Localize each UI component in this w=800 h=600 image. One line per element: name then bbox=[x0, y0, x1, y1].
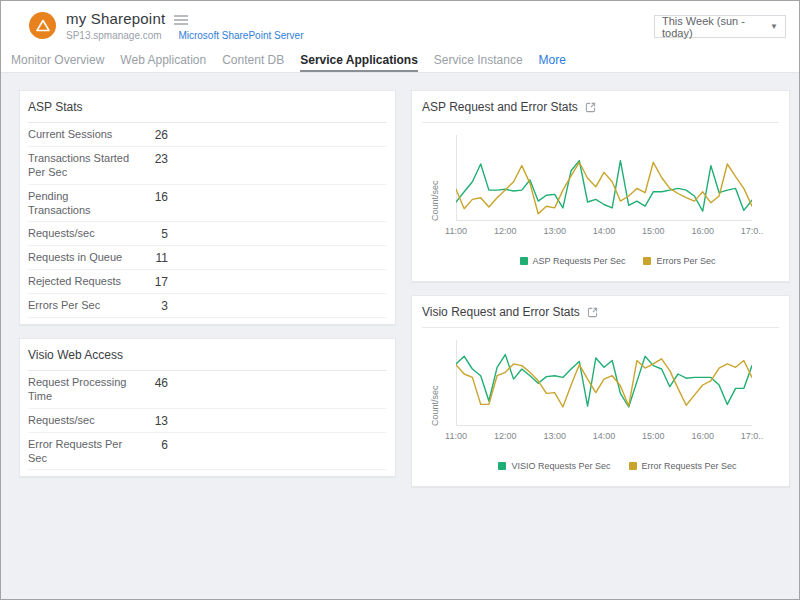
stat-value: 5 bbox=[132, 226, 168, 241]
stat-label: Transactions Started Per Sec bbox=[28, 151, 132, 180]
stat-row-current-sessions: Current Sessions26 bbox=[28, 123, 387, 147]
stat-row-request-processing-time: Request Processing Time46 bbox=[28, 371, 387, 409]
page-title: my Sharepoint bbox=[66, 10, 165, 27]
stat-value: 26 bbox=[132, 127, 168, 142]
y-axis-label: Count/sec bbox=[430, 340, 440, 426]
panel-asp-request-error-stats: ASP Request and Error Stats Count/sec11:… bbox=[411, 90, 790, 282]
legend-swatch-icon bbox=[520, 257, 528, 265]
line-chart: Count/sec11:0012:0013:0014:0015:0016:001… bbox=[422, 123, 779, 266]
legend-label: Error Requests Per Sec bbox=[642, 461, 737, 471]
x-tick-label: 15:00 bbox=[642, 431, 665, 441]
stat-label: Rejected Requests bbox=[28, 274, 132, 288]
plot-area bbox=[456, 340, 779, 426]
legend-swatch-icon bbox=[629, 462, 637, 470]
legend-label: Errors Per Sec bbox=[656, 256, 715, 266]
series-line-error-requests-per-sec bbox=[456, 359, 752, 407]
x-tick-label: 15:00 bbox=[642, 226, 665, 236]
legend-label: VISIO Requests Per Sec bbox=[511, 461, 610, 471]
tab-content-db[interactable]: Content DB bbox=[222, 50, 284, 72]
stat-label: Request Processing Time bbox=[28, 375, 132, 404]
tab-monitor-overview[interactable]: Monitor Overview bbox=[11, 50, 104, 72]
monitor-type-link[interactable]: Microsoft SharePoint Server bbox=[178, 30, 303, 41]
left-column: ASP Stats Current Sessions26Transactions… bbox=[19, 90, 396, 490]
x-tick-label: 17:0.. bbox=[741, 226, 764, 236]
stat-row-requests-sec: Requests/sec5 bbox=[28, 222, 387, 246]
stat-value: 23 bbox=[132, 151, 168, 166]
legend-label: ASP Requests Per Sec bbox=[533, 256, 626, 266]
open-in-new-icon[interactable] bbox=[587, 306, 598, 318]
plot-area bbox=[456, 135, 779, 221]
time-range-value: This Week (sun - today) bbox=[662, 15, 770, 39]
x-tick-label: 13:00 bbox=[543, 226, 566, 236]
right-column: ASP Request and Error Stats Count/sec11:… bbox=[411, 90, 790, 500]
tab-service-instance[interactable]: Service Instance bbox=[434, 50, 523, 72]
legend-item-error-requests-per-sec[interactable]: Error Requests Per Sec bbox=[629, 461, 737, 471]
header: my Sharepoint SP13.spmanage.com Microsof… bbox=[1, 1, 799, 50]
x-tick-label: 12:00 bbox=[494, 431, 517, 441]
stat-value: 6 bbox=[132, 437, 168, 452]
warning-triangle-icon bbox=[29, 12, 56, 39]
chart-legend: VISIO Requests Per SecError Requests Per… bbox=[456, 461, 779, 471]
stat-value: 17 bbox=[132, 274, 168, 289]
x-tick-label: 13:00 bbox=[543, 431, 566, 441]
y-axis-label: Count/sec bbox=[430, 135, 440, 221]
stat-row-errors-per-sec: Errors Per Sec3 bbox=[28, 294, 387, 318]
x-axis-ticks: 11:0012:0013:0014:0015:0016:0017:0.. bbox=[456, 431, 752, 444]
x-tick-label: 14:00 bbox=[593, 431, 616, 441]
stat-value: 13 bbox=[132, 413, 168, 428]
panel-visio-request-error-stats: Visio Request and Error Stats Count/sec1… bbox=[411, 295, 790, 487]
tab-service-applications[interactable]: Service Applications bbox=[300, 50, 418, 72]
stat-value: 16 bbox=[132, 189, 168, 204]
stat-row-pending-transactions: Pending Transactions16 bbox=[28, 185, 387, 223]
chart-title: ASP Request and Error Stats bbox=[422, 100, 578, 114]
x-tick-label: 14:00 bbox=[593, 226, 616, 236]
app-window: my Sharepoint SP13.spmanage.com Microsof… bbox=[0, 0, 800, 600]
monitor-titles: my Sharepoint SP13.spmanage.com Microsof… bbox=[66, 10, 303, 41]
x-axis-ticks: 11:0012:0013:0014:0015:0016:0017:0.. bbox=[456, 226, 752, 239]
stat-label: Current Sessions bbox=[28, 127, 132, 141]
stat-value: 46 bbox=[132, 375, 168, 390]
line-chart: Count/sec11:0012:0013:0014:0015:0016:001… bbox=[422, 328, 779, 471]
dashboard-content: ASP Stats Current Sessions26Transactions… bbox=[1, 73, 799, 500]
tab-more[interactable]: More bbox=[539, 50, 566, 72]
legend-item-asp-requests-per-sec[interactable]: ASP Requests Per Sec bbox=[520, 256, 626, 266]
series-line-errors-per-sec bbox=[456, 162, 752, 214]
stat-row-error-requests-per-sec: Error Requests Per Sec6 bbox=[28, 433, 387, 471]
stat-row-transactions-started-per-sec: Transactions Started Per Sec23 bbox=[28, 147, 387, 185]
stat-row-requests-sec: Requests/sec13 bbox=[28, 409, 387, 433]
open-in-new-icon[interactable] bbox=[585, 101, 596, 113]
chevron-down-icon: ▼ bbox=[770, 22, 778, 31]
stats-table: Request Processing Time46Requests/sec13E… bbox=[28, 371, 387, 476]
panel-asp-stats: ASP Stats Current Sessions26Transactions… bbox=[19, 90, 396, 325]
legend-item-visio-requests-per-sec[interactable]: VISIO Requests Per Sec bbox=[498, 461, 610, 471]
legend-swatch-icon bbox=[643, 257, 651, 265]
time-range-select[interactable]: This Week (sun - today) ▼ bbox=[654, 15, 786, 38]
stat-label: Errors Per Sec bbox=[28, 298, 132, 312]
stat-label: Requests/sec bbox=[28, 226, 132, 240]
series-line-visio-requests-per-sec bbox=[456, 355, 752, 407]
panel-visio-web-access: Visio Web Access Request Processing Time… bbox=[19, 338, 396, 477]
stat-value: 3 bbox=[132, 298, 168, 313]
x-tick-label: 17:0.. bbox=[741, 431, 764, 441]
stat-label: Error Requests Per Sec bbox=[28, 437, 132, 466]
x-tick-label: 11:00 bbox=[445, 431, 467, 441]
panel-title: ASP Stats bbox=[28, 91, 387, 123]
stat-value: 11 bbox=[132, 250, 168, 265]
stats-table: Current Sessions26Transactions Started P… bbox=[28, 123, 387, 324]
stat-label: Pending Transactions bbox=[28, 189, 132, 218]
x-tick-label: 16:00 bbox=[691, 431, 714, 441]
monitor-host: SP13.spmanage.com bbox=[66, 30, 162, 41]
x-tick-label: 16:00 bbox=[691, 226, 714, 236]
tab-web-application[interactable]: Web Application bbox=[120, 50, 206, 72]
chart-legend: ASP Requests Per SecErrors Per Sec bbox=[456, 256, 779, 266]
x-tick-label: 12:00 bbox=[494, 226, 517, 236]
x-tick-label: 11:00 bbox=[445, 226, 467, 236]
stat-label: Requests in Queue bbox=[28, 250, 132, 264]
stat-row-rejected-requests: Rejected Requests17 bbox=[28, 270, 387, 294]
tab-bar: Monitor OverviewWeb ApplicationContent D… bbox=[1, 50, 799, 73]
series-line-asp-requests-per-sec bbox=[456, 161, 752, 212]
stat-row-requests-in-queue: Requests in Queue11 bbox=[28, 246, 387, 270]
legend-item-errors-per-sec[interactable]: Errors Per Sec bbox=[643, 256, 715, 266]
hamburger-menu-icon[interactable] bbox=[174, 13, 188, 25]
stat-label: Requests/sec bbox=[28, 413, 132, 427]
